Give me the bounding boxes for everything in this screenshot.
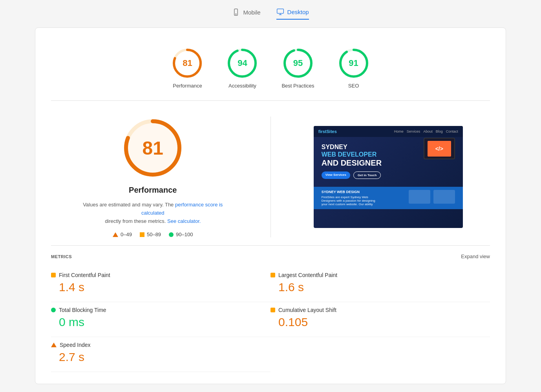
- ws-btn-contact: Get in Touch: [353, 171, 381, 179]
- metric-tbt-name-row: Total Blocking Time: [51, 307, 270, 313]
- score-seo-label: SEO: [348, 83, 359, 89]
- gauge-best-practices: 95: [282, 47, 314, 79]
- ws-laptop: </>: [424, 138, 455, 159]
- tab-desktop[interactable]: Desktop: [276, 8, 309, 20]
- legend-square-icon: [140, 232, 144, 237]
- metric-si: Speed Index 2.7 s: [51, 337, 270, 372]
- ws-nav-about: About: [423, 129, 433, 133]
- detail-divider: [270, 117, 271, 237]
- score-performance: 81 Performance: [172, 47, 203, 89]
- metric-cls-name-row: Cumulative Layout Shift: [270, 307, 490, 313]
- detail-left: 81 Performance Values are estimated and …: [51, 117, 255, 237]
- metrics-section: METRICS Expand view First Contentful Pai…: [51, 246, 490, 372]
- metric-tbt-indicator: [51, 308, 56, 312]
- legend-green: 90–100: [169, 232, 193, 237]
- metric-si-name: Speed Index: [60, 342, 91, 348]
- score-seo-value: 91: [349, 58, 358, 68]
- calculator-link[interactable]: See calculator.: [167, 218, 201, 224]
- score-accessibility: 94 Accessibility: [227, 47, 258, 89]
- legend-red-range: 0–49: [121, 232, 132, 237]
- big-score-performance-value: 81: [143, 137, 163, 159]
- mobile-icon: [232, 8, 240, 16]
- tab-bar: Mobile Desktop: [232, 8, 309, 20]
- expand-view-button[interactable]: Expand view: [461, 253, 490, 259]
- metric-fcp-name: First Contentful Paint: [59, 272, 110, 278]
- legend-green-range: 90–100: [176, 232, 193, 237]
- metric-si-name-row: Speed Index: [51, 342, 270, 348]
- ws-buttons: View Services Get in Touch: [322, 171, 455, 179]
- legend-circle-icon: [169, 232, 174, 237]
- metric-lcp-value: 1.6 s: [270, 281, 490, 294]
- legend: 0–49 50–89 90–100: [113, 232, 193, 237]
- performance-title: Performance: [129, 186, 177, 195]
- metric-cls-indicator: [270, 308, 275, 312]
- metric-fcp-value: 1.4 s: [51, 281, 270, 294]
- metrics-grid: First Contentful Paint 1.4 s Largest Con…: [51, 267, 490, 372]
- metrics-header: METRICS Expand view: [51, 253, 490, 259]
- desktop-icon: [276, 8, 284, 16]
- score-accessibility-value: 94: [238, 58, 247, 68]
- metric-lcp-name-row: Largest Contentful Paint: [270, 272, 490, 278]
- ws-lower-card1: [409, 190, 430, 204]
- metric-cls-value: 0.105: [270, 315, 490, 329]
- ws-nav: firstSites Home Services About Blog Cont…: [314, 126, 463, 137]
- metric-cls: Cumulative Layout Shift 0.105: [270, 302, 490, 337]
- ws-lower-title: SYDNEY WEB DESIGN: [322, 190, 406, 194]
- metric-lcp: Largest Contentful Paint 1.6 s: [270, 267, 490, 302]
- ws-nav-contact: Contact: [446, 129, 458, 133]
- ws-laptop-screen: </>: [428, 141, 451, 157]
- ws-nav-links: Home Services About Blog Contact: [394, 129, 458, 133]
- ws-nav-blog: Blog: [436, 129, 443, 133]
- tab-mobile[interactable]: Mobile: [232, 8, 260, 19]
- metric-cls-name: Cumulative Layout Shift: [278, 307, 336, 313]
- metric-fcp: First Contentful Paint 1.4 s: [51, 267, 270, 302]
- ws-nav-home: Home: [394, 129, 404, 133]
- metric-si-indicator: [51, 343, 57, 347]
- metric-fcp-name-row: First Contentful Paint: [51, 272, 270, 278]
- score-performance-value: 81: [183, 58, 192, 68]
- metric-lcp-name: Largest Contentful Paint: [278, 272, 337, 278]
- metric-si-value: 2.7 s: [51, 350, 270, 364]
- ws-nav-services: Services: [407, 129, 420, 133]
- detail-right: firstSites Home Services About Blog Cont…: [287, 117, 490, 237]
- performance-description: Values are estimated and may vary. The p…: [78, 201, 227, 225]
- tab-desktop-label: Desktop: [287, 9, 309, 15]
- svg-point-1: [236, 14, 237, 15]
- website-screenshot: firstSites Home Services About Blog Cont…: [314, 126, 463, 228]
- legend-yellow-range: 50–89: [147, 232, 161, 237]
- ws-lower-section: SYDNEY WEB DESIGN FirstSites are expert …: [314, 187, 463, 209]
- metric-lcp-indicator: [270, 273, 275, 277]
- big-gauge-performance: 81: [121, 117, 184, 179]
- gauge-seo: 91: [338, 47, 369, 79]
- score-seo: 91 SEO: [338, 47, 369, 89]
- metric-tbt-name: Total Blocking Time: [59, 307, 106, 313]
- gauge-accessibility: 94: [227, 47, 258, 79]
- ws-btn-services: View Services: [322, 171, 350, 179]
- score-best-practices-value: 95: [293, 58, 303, 68]
- metric-tbt: Total Blocking Time 0 ms: [51, 302, 270, 337]
- score-performance-label: Performance: [173, 83, 202, 89]
- tab-mobile-label: Mobile: [243, 9, 260, 16]
- score-best-practices: 95 Best Practices: [281, 47, 314, 89]
- ws-lower-text2: Designers with a passion for designing: [322, 199, 406, 202]
- metric-tbt-value: 0 ms: [51, 315, 270, 329]
- legend-triangle-icon: [113, 232, 118, 237]
- legend-red: 0–49: [113, 232, 132, 237]
- main-card: 81 Performance 94 Accessibility: [35, 27, 506, 384]
- svg-rect-2: [277, 9, 283, 14]
- metric-fcp-indicator: [51, 273, 56, 277]
- ws-lower-text3: your next custom website. Our ability: [322, 202, 406, 206]
- scores-row: 81 Performance 94 Accessibility: [51, 40, 490, 101]
- ws-hero-sub: AND DESIGNER: [322, 159, 455, 168]
- ws-lower-text1: FirstSites are expert Sydney Web: [322, 195, 406, 199]
- score-accessibility-label: Accessibility: [228, 83, 256, 89]
- legend-yellow: 50–89: [140, 232, 161, 237]
- ws-brand: firstSites: [318, 129, 337, 134]
- score-best-practices-label: Best Practices: [281, 83, 314, 89]
- detail-section: 81 Performance Values are estimated and …: [51, 101, 490, 246]
- ws-lower-card2: [433, 190, 455, 204]
- gauge-performance: 81: [172, 47, 203, 79]
- metrics-title: METRICS: [51, 254, 72, 259]
